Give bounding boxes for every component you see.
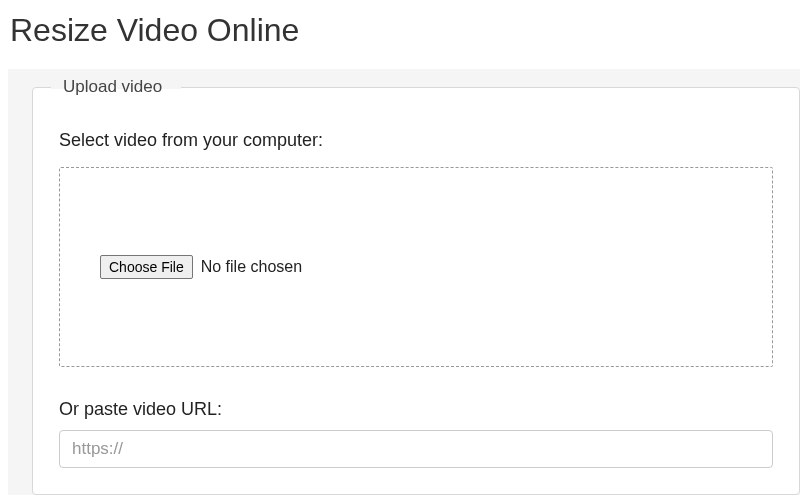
select-video-label: Select video from your computer: bbox=[59, 130, 773, 151]
upload-fieldset: Upload video Select video from your comp… bbox=[32, 87, 800, 495]
video-url-input[interactable] bbox=[59, 430, 773, 468]
choose-file-button[interactable]: Choose File bbox=[100, 255, 193, 279]
main-panel: Upload video Select video from your comp… bbox=[8, 69, 800, 495]
file-dropzone[interactable]: Choose File No file chosen bbox=[59, 167, 773, 367]
file-status-text: No file chosen bbox=[201, 258, 302, 276]
file-input-wrap: Choose File No file chosen bbox=[100, 255, 302, 279]
url-label: Or paste video URL: bbox=[59, 399, 773, 420]
page-title: Resize Video Online bbox=[0, 0, 800, 69]
upload-legend: Upload video bbox=[57, 77, 168, 97]
